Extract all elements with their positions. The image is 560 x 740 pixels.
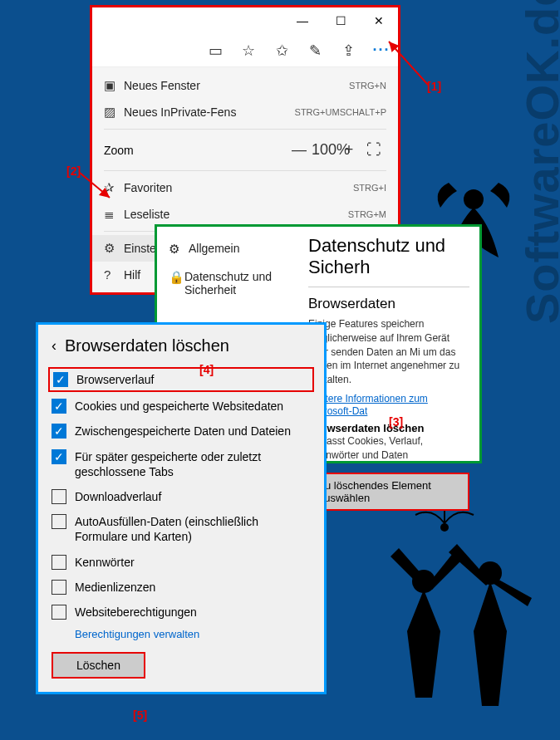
menu-zoom-row: Zoom — 100% + ⛶: [92, 133, 398, 167]
check-label: Websiteberechtigungen: [75, 605, 311, 620]
settings-subtitle: Browserdaten: [308, 296, 469, 312]
checkbox[interactable]: [52, 489, 66, 504]
menu-shortcut: STRG+M: [348, 209, 386, 219]
menu-divider: [104, 129, 386, 130]
window-icon: ▣: [104, 78, 124, 93]
checkbox[interactable]: ✓: [52, 424, 66, 439]
menu-label: Neues InPrivate-Fens: [124, 105, 295, 119]
svg-point-1: [412, 570, 435, 593]
settings-description: Einige Features speichern möglicherweise…: [308, 317, 469, 387]
menu-label: Leseliste: [124, 208, 348, 221]
check-row[interactable]: AutoAusfüllen-Daten (einschließlich Form…: [52, 509, 311, 549]
reading-view-icon[interactable]: ▭: [204, 42, 227, 60]
checkbox[interactable]: [52, 580, 66, 595]
zoom-value: 100%: [312, 141, 336, 159]
check-row[interactable]: ✓Cookies und gespeicherte Websitedaten: [52, 394, 311, 419]
sidebar-label: Allgemein: [189, 242, 239, 255]
sidebar-label: Datenschutz und Sicherheit: [184, 270, 287, 296]
watermark-text: SoftwareOK.de: [515, 0, 560, 324]
settings-sidebar: ⚙ Allgemein 🔒 Datenschutz und Sicherheit: [157, 227, 298, 311]
settings-title: Datenschutz und Sicherh: [308, 235, 469, 278]
check-row[interactable]: Medienlizenzen: [52, 575, 311, 600]
more-menu-button[interactable]: ···: [370, 42, 393, 59]
menu-label: Neues Fenster: [124, 79, 349, 92]
gear-icon: ⚙: [169, 242, 189, 257]
clear-data-panel: ‹ Browserdaten löschen ✓Browserverlauf✓C…: [36, 322, 327, 694]
menu-label: Favoriten: [124, 181, 353, 194]
checkbox[interactable]: ✓: [52, 399, 66, 414]
zoom-in-button[interactable]: +: [336, 141, 361, 159]
svg-point-3: [440, 523, 449, 532]
check-label: Cookies und gespeicherte Websitedaten: [75, 399, 311, 414]
share-icon[interactable]: ⇪: [336, 42, 360, 60]
menu-shortcut: STRG+I: [353, 183, 386, 193]
help-icon: ?: [104, 267, 124, 282]
gear-icon: ⚙: [104, 241, 124, 256]
settings-general[interactable]: ⚙ Allgemein: [157, 235, 298, 263]
annotation-5: [5]: [133, 708, 147, 722]
close-button[interactable]: ✕: [360, 14, 398, 27]
checkbox[interactable]: [52, 514, 66, 529]
check-label: Kennwörter: [75, 555, 311, 570]
checkbox[interactable]: [52, 605, 66, 620]
check-row[interactable]: Websiteberechtigungen: [52, 600, 311, 625]
menu-new-inprivate[interactable]: ▨ Neues InPrivate-Fens STRG+UMSCHALT+P: [92, 99, 398, 125]
window-titlebar: — ☐ ✕: [92, 7, 398, 34]
menu-shortcut: STRG+UMSCHALT+P: [295, 107, 386, 117]
check-label: Downloadverlauf: [75, 489, 311, 504]
checkbox[interactable]: [52, 555, 66, 570]
zoom-out-button[interactable]: —: [287, 141, 312, 159]
divider: [308, 287, 469, 287]
menu-favorites[interactable]: ✰ Favoriten STRG+I: [92, 174, 398, 201]
checkbox[interactable]: ✓: [52, 449, 66, 464]
check-label: AutoAusfüllen-Daten (einschließlich Form…: [75, 514, 311, 544]
back-icon[interactable]: ‹: [52, 337, 56, 355]
check-row[interactable]: ✓Browserverlauf: [48, 367, 314, 392]
check-label: Medienlizenzen: [75, 580, 311, 595]
svg-point-2: [479, 561, 502, 585]
clear-data-title: Browserdaten löschen: [308, 422, 469, 434]
star-icon: ✰: [104, 180, 124, 195]
clear-data-desc: Umfasst Cookies, Verlauf, Kennwörter und…: [308, 434, 469, 463]
minimize-button[interactable]: —: [283, 14, 322, 27]
lock-icon: 🔒: [169, 270, 184, 285]
annotation-1: [1]: [427, 80, 441, 93]
add-favorite-icon[interactable]: ✩: [270, 42, 293, 60]
panel-header: ‹ Browserdaten löschen: [52, 336, 311, 355]
notes-icon[interactable]: ✎: [303, 42, 327, 60]
panel-title: Browserdaten löschen: [65, 336, 229, 355]
settings-privacy[interactable]: 🔒 Datenschutz und Sicherheit: [157, 263, 298, 303]
svg-point-0: [464, 189, 484, 209]
manage-permissions-link[interactable]: Berechtigungen verwalten: [52, 625, 311, 640]
check-row[interactable]: ✓Zwischengespeicherte Daten und Dateien: [52, 419, 311, 444]
favorite-star-icon[interactable]: ☆: [237, 42, 260, 60]
annotation-2: [2]: [66, 164, 81, 178]
browser-toolbar: ▭ ☆ ✩ ✎ ⇪ ···: [92, 34, 398, 67]
check-row[interactable]: Kennwörter: [52, 550, 311, 575]
zoom-label: Zoom: [104, 144, 287, 157]
menu-divider: [104, 170, 386, 171]
check-label: Browserverlauf: [76, 372, 309, 387]
checkbox[interactable]: ✓: [53, 372, 68, 387]
readlist-icon: ≣: [104, 207, 124, 222]
clear-button[interactable]: Löschen: [52, 652, 145, 679]
maximize-button[interactable]: ☐: [322, 14, 360, 27]
choose-clear-button[interactable]: Zu löschendes Element auswählen: [308, 473, 469, 511]
check-row[interactable]: Downloadverlauf: [52, 484, 311, 509]
fullscreen-button[interactable]: ⛶: [361, 141, 386, 159]
check-row[interactable]: ✓Für später gespeicherte oder zuletzt ge…: [52, 444, 311, 484]
menu-shortcut: STRG+N: [349, 81, 386, 91]
check-label: Für später gespeicherte oder zuletzt ges…: [75, 449, 311, 479]
menu-new-window[interactable]: ▣ Neues Fenster STRG+N: [92, 72, 398, 99]
inprivate-icon: ▨: [104, 105, 124, 120]
check-label: Zwischengespeicherte Daten und Dateien: [75, 424, 311, 439]
